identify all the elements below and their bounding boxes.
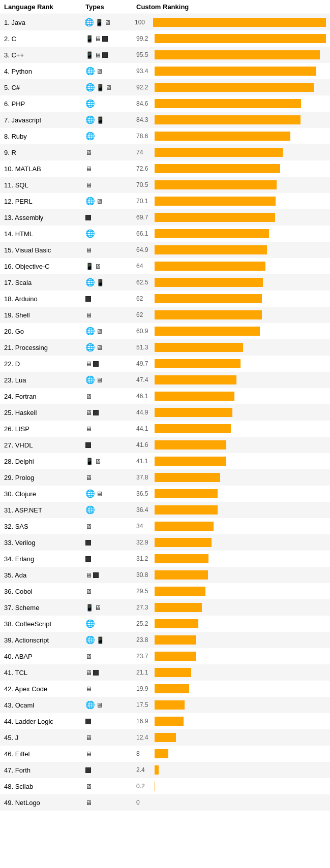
rank-label: 7. Javascript xyxy=(4,116,85,124)
bar-value: 27.3 xyxy=(136,604,153,611)
web-icon: 🌐 xyxy=(85,327,95,336)
type-icons: 🖥 xyxy=(85,246,136,254)
rank-number: 12. xyxy=(4,198,13,205)
type-icons: 🌐 🖥 xyxy=(85,67,136,76)
table-row: 29. Prolog 🖥 37.8 xyxy=(0,469,330,486)
rank-label: 33. Verilog xyxy=(4,539,85,546)
type-icons: 🌐 📱 🖥 xyxy=(84,18,135,27)
table-row: 2. C 📱 🖥 99.2 xyxy=(0,30,330,47)
rank-number: 9. xyxy=(4,149,10,156)
embedded-icon xyxy=(93,410,99,415)
bar xyxy=(155,505,218,515)
bar xyxy=(155,245,267,254)
type-icons xyxy=(85,540,136,545)
type-icons xyxy=(85,296,136,302)
language-name: SQL xyxy=(15,181,28,189)
bar-value: 70.1 xyxy=(136,198,153,205)
bar xyxy=(155,424,231,433)
rank-number: 30. xyxy=(4,490,13,498)
language-name: CoffeeScript xyxy=(15,620,51,628)
desktop-icon: 🖥 xyxy=(85,571,92,579)
rank-label: 31. ASP.NET xyxy=(4,506,85,514)
language-name: Apex Code xyxy=(15,685,47,693)
bar-value: 64 xyxy=(136,263,153,270)
bar xyxy=(155,749,168,758)
type-icons: 🌐 🖥 xyxy=(85,700,136,710)
web-icon: 🌐 xyxy=(85,115,95,124)
ranking-bar-container: 92.2 xyxy=(136,83,326,92)
ranking-bar-container: 25.2 xyxy=(136,619,326,628)
rank-label: 48. Scilab xyxy=(4,783,85,790)
rank-number: 45. xyxy=(4,734,13,742)
bar xyxy=(155,668,191,677)
embedded-icon xyxy=(85,215,91,220)
table-row: 32. SAS 🖥 34 xyxy=(0,518,330,534)
web-icon: 🌐 xyxy=(85,489,95,498)
language-name: Scilab xyxy=(15,783,33,790)
bar-value: 93.4 xyxy=(136,68,153,75)
embedded-icon xyxy=(85,442,91,448)
bar-value: 74 xyxy=(136,149,153,156)
language-name: Erlang xyxy=(15,555,35,563)
rank-number: 7. xyxy=(4,116,10,124)
rank-label: 39. Actionscript xyxy=(4,636,85,644)
ranking-bar-container: 44.9 xyxy=(136,408,326,417)
ranking-bar-container: 41.6 xyxy=(136,440,326,449)
table-row: 18. Arduino 62 xyxy=(0,291,330,307)
language-name: Python xyxy=(11,68,32,75)
language-name: Prolog xyxy=(15,474,35,481)
rank-number: 2. xyxy=(4,35,10,43)
rank-number: 4. xyxy=(4,68,10,75)
bar xyxy=(155,554,208,563)
type-icons: 🖥 xyxy=(85,311,136,319)
rank-number: 15. xyxy=(4,246,13,254)
bar xyxy=(155,375,236,384)
table-row: 49. NetLogo 🖥 0 xyxy=(0,794,330,811)
rank-number: 31. xyxy=(4,506,13,514)
bar xyxy=(155,67,316,76)
bar xyxy=(155,343,243,352)
bar-value: 31.2 xyxy=(136,555,153,562)
rank-label: 43. Ocaml xyxy=(4,701,85,709)
rank-label: 17. Scala xyxy=(4,279,85,286)
rank-label: 2. C xyxy=(4,35,85,43)
rank-number: 46. xyxy=(4,750,13,758)
bar xyxy=(155,392,234,401)
rank-number: 20. xyxy=(4,328,13,335)
web-icon: 🌐 xyxy=(85,505,95,515)
language-name: TCL xyxy=(15,669,27,677)
rank-number: 32. xyxy=(4,523,13,530)
table-row: 15. Visual Basic 🖥 64.9 xyxy=(0,242,330,258)
web-icon: 🌐 xyxy=(85,619,95,628)
ranking-bar-container: 23.8 xyxy=(136,635,326,645)
rank-number: 26. xyxy=(4,425,13,433)
web-icon: 🌐 xyxy=(84,18,94,27)
mobile-icon: 📱 xyxy=(96,279,104,286)
table-row: 20. Go 🌐 🖥 60.9 xyxy=(0,323,330,339)
table-row: 17. Scala 🌐 📱 62.5 xyxy=(0,274,330,291)
type-icons: 🖥 xyxy=(85,409,136,416)
rank-number: 8. xyxy=(4,133,10,140)
ranking-bar-container: 49.7 xyxy=(136,359,326,368)
rank-label: 12. PERL xyxy=(4,198,85,205)
desktop-icon: 🖥 xyxy=(85,246,92,254)
rank-number: 47. xyxy=(4,766,13,774)
table-row: 23. Lua 🌐 🖥 47.4 xyxy=(0,372,330,388)
ranking-bar-container: 64.9 xyxy=(136,245,326,254)
ranking-bar-container: 93.4 xyxy=(136,67,326,76)
table-row: 21. Processing 🌐 🖥 51.3 xyxy=(0,339,330,356)
bar xyxy=(155,115,301,124)
language-name: C++ xyxy=(11,51,24,59)
table-row: 42. Apex Code 🖥 19.9 xyxy=(0,681,330,697)
rank-label: 18. Arduino xyxy=(4,295,85,303)
rank-label: 22. D xyxy=(4,360,85,368)
bar xyxy=(155,148,283,157)
rank-label: 46. Eiffel xyxy=(4,750,85,758)
language-name: C# xyxy=(11,84,20,91)
bar-value: 44.9 xyxy=(136,409,153,416)
language-name: Cobol xyxy=(15,588,33,595)
rank-label: 35. Ada xyxy=(4,571,85,579)
type-icons: 🌐 xyxy=(85,505,136,515)
rank-label: 30. Clojure xyxy=(4,490,85,498)
type-icons: 📱 🖥 xyxy=(85,458,136,465)
